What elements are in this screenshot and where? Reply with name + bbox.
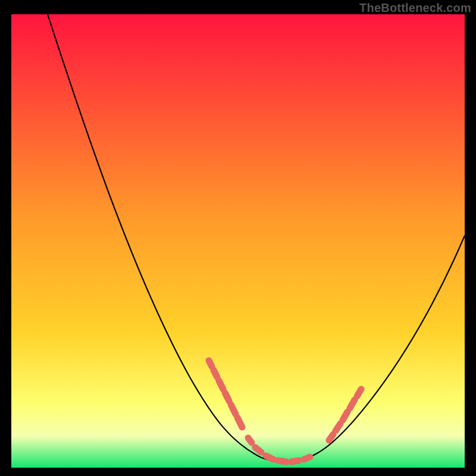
svg-line-0 xyxy=(209,361,212,367)
svg-line-14 xyxy=(343,412,347,420)
gradient-background xyxy=(11,14,465,468)
svg-line-11 xyxy=(304,457,310,459)
svg-line-8 xyxy=(266,456,273,459)
svg-line-3 xyxy=(225,393,229,401)
svg-line-15 xyxy=(350,400,355,408)
svg-line-12 xyxy=(329,434,333,440)
svg-line-1 xyxy=(214,370,217,377)
svg-line-6 xyxy=(248,438,252,443)
svg-line-16 xyxy=(357,389,361,396)
svg-line-10 xyxy=(291,461,299,462)
watermark-text: TheBottleneck.com xyxy=(359,1,471,15)
chart-stage: TheBottleneck.com xyxy=(0,0,476,476)
svg-line-13 xyxy=(336,424,340,431)
svg-line-4 xyxy=(231,405,236,414)
svg-line-9 xyxy=(278,461,286,462)
plot-svg xyxy=(11,14,465,468)
svg-line-5 xyxy=(237,418,242,427)
svg-line-7 xyxy=(255,447,261,452)
plot-area xyxy=(11,14,465,468)
svg-line-2 xyxy=(219,381,223,389)
